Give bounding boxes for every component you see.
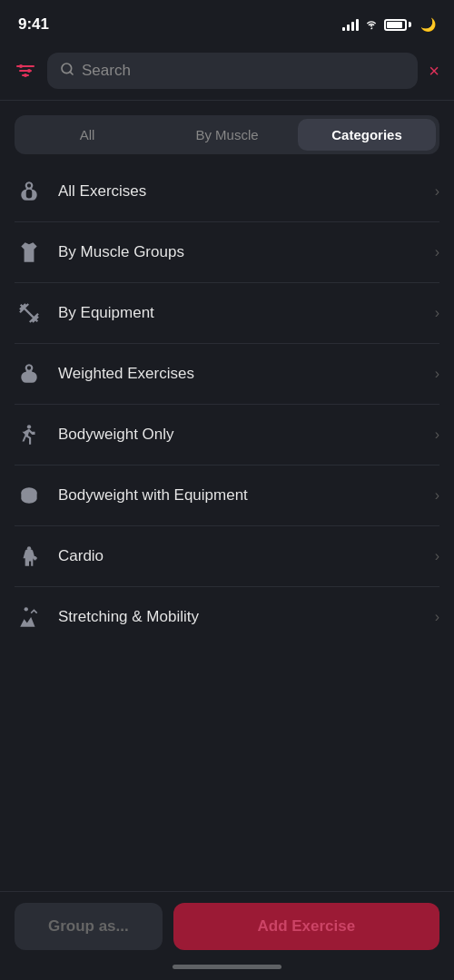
cardio-icon bbox=[15, 544, 44, 568]
exercise-list: All Exercises › By Muscle Groups › By Eq… bbox=[0, 162, 454, 647]
list-item-weighted-label: Weighted Exercises bbox=[58, 365, 420, 383]
bodyweight-equipment-icon bbox=[15, 484, 44, 507]
filter-icon[interactable] bbox=[15, 62, 36, 80]
list-item-muscle-groups[interactable]: By Muscle Groups › bbox=[15, 222, 439, 283]
list-item-all-exercises[interactable]: All Exercises › bbox=[15, 162, 439, 222]
equipment-icon bbox=[15, 301, 44, 325]
status-time: 9:41 bbox=[18, 15, 49, 34]
bottom-buttons: Group as... Add Exercise bbox=[0, 892, 454, 959]
list-item-muscle-groups-label: By Muscle Groups bbox=[58, 243, 420, 261]
svg-point-5 bbox=[24, 74, 27, 77]
moon-icon: 🌙 bbox=[420, 17, 436, 32]
chevron-right-icon: › bbox=[435, 305, 439, 321]
home-indicator bbox=[173, 965, 281, 969]
kettlebell-icon bbox=[15, 180, 44, 203]
top-bar: Search × bbox=[0, 45, 454, 101]
list-item-stretching-label: Stretching & Mobility bbox=[58, 608, 420, 626]
tab-bar: All By Muscle Categories bbox=[15, 115, 439, 154]
bottom-bar: Group as... Add Exercise bbox=[0, 891, 454, 980]
tab-categories[interactable]: Categories bbox=[298, 119, 436, 151]
chevron-right-icon: › bbox=[435, 548, 439, 564]
chevron-right-icon: › bbox=[435, 426, 439, 443]
chevron-right-icon: › bbox=[435, 366, 439, 382]
bodyweight-icon bbox=[15, 423, 44, 446]
search-icon bbox=[60, 62, 74, 80]
svg-point-11 bbox=[25, 607, 28, 611]
svg-line-7 bbox=[70, 72, 73, 74]
weighted-icon bbox=[15, 362, 44, 386]
list-item-stretching[interactable]: Stretching & Mobility › bbox=[15, 587, 439, 647]
search-placeholder: Search bbox=[82, 62, 405, 80]
list-item-weighted[interactable]: Weighted Exercises › bbox=[15, 344, 439, 405]
list-item-cardio[interactable]: Cardio › bbox=[15, 526, 439, 587]
stretching-icon bbox=[15, 605, 44, 629]
list-item-all-exercises-label: All Exercises bbox=[58, 182, 420, 201]
chevron-right-icon: › bbox=[435, 487, 439, 504]
list-item-cardio-label: Cardio bbox=[58, 547, 420, 565]
chevron-right-icon: › bbox=[435, 244, 439, 260]
svg-point-3 bbox=[19, 64, 23, 68]
wifi-icon bbox=[364, 17, 379, 33]
shirt-icon bbox=[15, 240, 44, 264]
add-exercise-button[interactable]: Add Exercise bbox=[173, 903, 439, 950]
svg-point-8 bbox=[27, 425, 31, 428]
list-item-bodyweight-equipment-label: Bodyweight with Equipment bbox=[58, 486, 420, 505]
chevron-right-icon: › bbox=[435, 183, 439, 200]
svg-point-4 bbox=[27, 69, 31, 73]
battery-icon bbox=[384, 19, 411, 31]
list-item-bodyweight[interactable]: Bodyweight Only › bbox=[15, 405, 439, 466]
tab-all[interactable]: All bbox=[18, 119, 156, 151]
list-item-bodyweight-label: Bodyweight Only bbox=[58, 426, 420, 444]
list-item-equipment-label: By Equipment bbox=[58, 304, 420, 322]
list-item-bodyweight-equipment[interactable]: Bodyweight with Equipment › bbox=[15, 466, 439, 526]
list-item-equipment[interactable]: By Equipment › bbox=[15, 283, 439, 344]
search-box[interactable]: Search bbox=[47, 53, 418, 89]
chevron-right-icon: › bbox=[435, 609, 439, 625]
tab-by-muscle[interactable]: By Muscle bbox=[158, 119, 296, 151]
status-bar: 9:41 🌙 bbox=[0, 0, 454, 45]
close-icon[interactable]: × bbox=[429, 61, 439, 82]
group-as-button[interactable]: Group as... bbox=[15, 903, 163, 950]
status-icons: 🌙 bbox=[342, 17, 436, 33]
signal-icon bbox=[342, 18, 359, 31]
